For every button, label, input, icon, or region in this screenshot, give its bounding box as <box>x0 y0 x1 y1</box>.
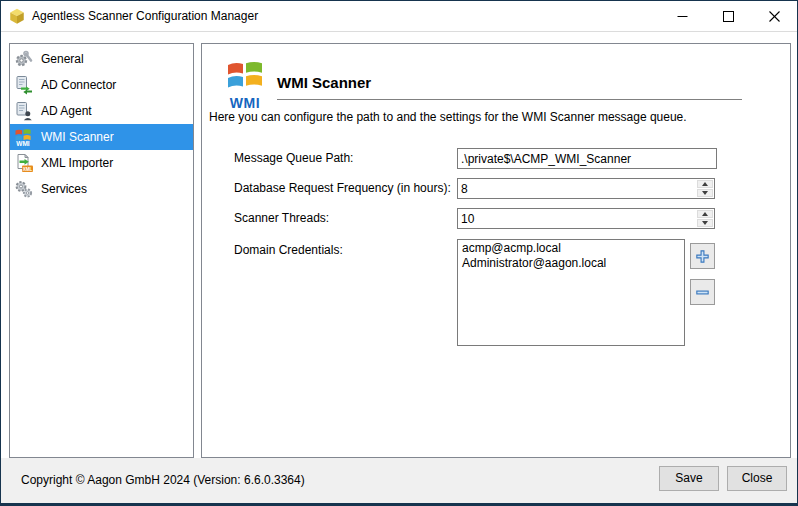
spin-up-icon <box>702 182 708 186</box>
main-area: General AD Connector <box>1 33 797 458</box>
sidebar-item-xml-importer[interactable]: XML XML Importer <box>10 150 193 176</box>
sidebar-item-ad-agent[interactable]: AD Agent <box>10 98 193 124</box>
minimize-icon <box>677 11 688 22</box>
db-request-frequency-label: Database Request Frequency (in hours): <box>234 178 451 199</box>
spin-up-button[interactable] <box>697 210 713 218</box>
minus-icon <box>694 284 711 301</box>
sidebar-item-label: AD Connector <box>41 78 116 92</box>
spin-down-icon <box>702 221 708 225</box>
db-request-frequency-input[interactable] <box>458 179 696 198</box>
domain-credentials-label: Domain Credentials: <box>234 240 343 261</box>
sidebar-item-label: General <box>41 52 84 66</box>
credential-item[interactable]: acmp@acmp.local <box>462 241 680 256</box>
window-title: Agentless Scanner Configuration Manager <box>32 9 258 23</box>
copyright-text: Copyright © Aagon GmbH 2024 (Version: 6.… <box>21 473 305 487</box>
sidebar-item-wmi-scanner[interactable]: WMI WMI Scanner <box>10 124 193 150</box>
sidebar: General AD Connector <box>9 43 194 458</box>
message-queue-path-label: Message Queue Path: <box>234 148 353 169</box>
sidebar-item-label: Services <box>41 182 87 196</box>
remove-credential-button[interactable] <box>690 279 715 305</box>
spin-down-icon <box>702 191 708 195</box>
close-button[interactable] <box>751 1 797 31</box>
general-icon <box>13 48 35 70</box>
scanner-threads-label: Scanner Threads: <box>234 208 329 229</box>
save-button[interactable]: Save <box>659 466 719 491</box>
spin-up-button[interactable] <box>697 180 713 188</box>
spin-down-button[interactable] <box>697 219 713 227</box>
maximize-button[interactable] <box>705 1 751 31</box>
ad-connector-icon <box>13 74 35 96</box>
title-bar: Agentless Scanner Configuration Manager <box>1 1 797 32</box>
sidebar-item-label: WMI Scanner <box>41 130 114 144</box>
ad-agent-icon <box>13 100 35 122</box>
xml-importer-icon: XML <box>13 152 35 174</box>
page-icon-caption: WMI <box>222 96 268 110</box>
app-window: Agentless Scanner Configuration Manager <box>0 0 798 506</box>
scanner-threads-input[interactable] <box>458 209 696 228</box>
spin-up-icon <box>702 212 708 216</box>
services-icon <box>13 178 35 200</box>
sidebar-item-general[interactable]: General <box>10 46 193 72</box>
add-credential-button[interactable] <box>690 243 715 269</box>
wmi-scanner-icon: WMI <box>13 126 35 148</box>
page-title: WMI Scanner <box>277 74 371 91</box>
sidebar-item-services[interactable]: Services <box>10 176 193 202</box>
sidebar-item-label: AD Agent <box>41 104 92 118</box>
maximize-icon <box>723 11 734 22</box>
page-icon: WMI <box>222 57 268 110</box>
title-divider <box>277 99 742 100</box>
db-request-frequency-spinner <box>457 178 715 199</box>
close-icon <box>769 11 780 22</box>
app-icon <box>8 7 26 25</box>
spin-down-button[interactable] <box>697 189 713 197</box>
xml-badge-text: XML <box>23 167 33 172</box>
close-action-button[interactable]: Close <box>727 466 787 491</box>
wmi-badge-text: WMI <box>16 140 30 147</box>
message-queue-path-input[interactable] <box>457 148 717 169</box>
sidebar-item-ad-connector[interactable]: AD Connector <box>10 72 193 98</box>
credential-item[interactable]: Administrator@aagon.local <box>462 256 680 271</box>
footer-bar: Copyright © Aagon GmbH 2024 (Version: 6.… <box>1 458 797 503</box>
plus-icon <box>694 248 711 265</box>
content-panel: WMI WMI Scanner Here you can configure t… <box>201 43 791 458</box>
scanner-threads-spinner <box>457 208 715 229</box>
window-controls <box>659 1 797 31</box>
sidebar-item-label: XML Importer <box>41 156 113 170</box>
windows-flag-icon <box>224 57 266 93</box>
page-description: Here you can configure the path to and t… <box>209 110 687 124</box>
domain-credentials-list[interactable]: acmp@acmp.local Administrator@aagon.loca… <box>457 239 685 346</box>
minimize-button[interactable] <box>659 1 705 31</box>
